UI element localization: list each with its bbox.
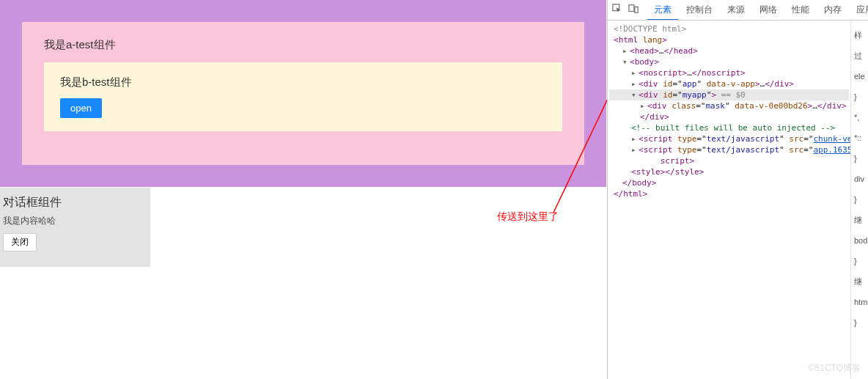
a-test-component: 我是a-test组件 我是b-test组件 open [0, 0, 606, 187]
filter-label: 过 [851, 45, 868, 66]
b-test-component: 我是b-test组件 open [44, 62, 562, 131]
dialog-component: 对话框组件 我是内容哈哈 关闭 [0, 188, 150, 267]
b-test-title: 我是b-test组件 [60, 76, 546, 89]
watermark: ©51CTO博客 [809, 362, 861, 375]
element-style: ele [851, 66, 868, 87]
svg-rect-4 [635, 7, 638, 12]
tab-application[interactable]: 应用 [850, 0, 868, 21]
tab-elements[interactable]: 元素 [647, 0, 678, 21]
tab-performance[interactable]: 性能 [785, 0, 816, 21]
annotation-text: 传送到这里了 [497, 210, 559, 224]
dialog-body: 我是内容哈哈 [3, 215, 144, 227]
open-button[interactable]: open [60, 98, 102, 118]
tab-sources[interactable]: 来源 [721, 0, 751, 21]
styles-tab[interactable]: 样 [851, 25, 868, 45]
tab-memory[interactable]: 内存 [817, 0, 848, 21]
tab-console[interactable]: 控制台 [680, 0, 719, 21]
dom-tree[interactable]: <!DOCTYPE html> <html lang> ▸<head>…</he… [608, 21, 850, 379]
a-test-title: 我是a-test组件 [44, 38, 562, 52]
devtools-panel: 元素 控制台 来源 网络 性能 内存 应用 安全 <!DOCTYPE html>… [607, 0, 868, 379]
devtools-tabs: 元素 控制台 来源 网络 性能 内存 应用 安全 [608, 0, 868, 21]
inspect-icon[interactable] [612, 4, 622, 16]
close-button[interactable]: 关闭 [3, 233, 37, 251]
selected-node[interactable]: ▾<div id="myapp"> == $0 [609, 89, 849, 100]
device-icon[interactable] [628, 4, 639, 16]
styles-panel[interactable]: 样 过 ele } *, *:: } div } 继 bod } 继 htm } [850, 21, 868, 379]
pink-container: 我是a-test组件 我是b-test组件 open [22, 22, 584, 165]
doctype-node[interactable]: <!DOCTYPE html> [614, 24, 686, 34]
dialog-title: 对话框组件 [3, 195, 144, 210]
svg-rect-3 [629, 5, 634, 12]
tab-network[interactable]: 网络 [753, 0, 784, 21]
